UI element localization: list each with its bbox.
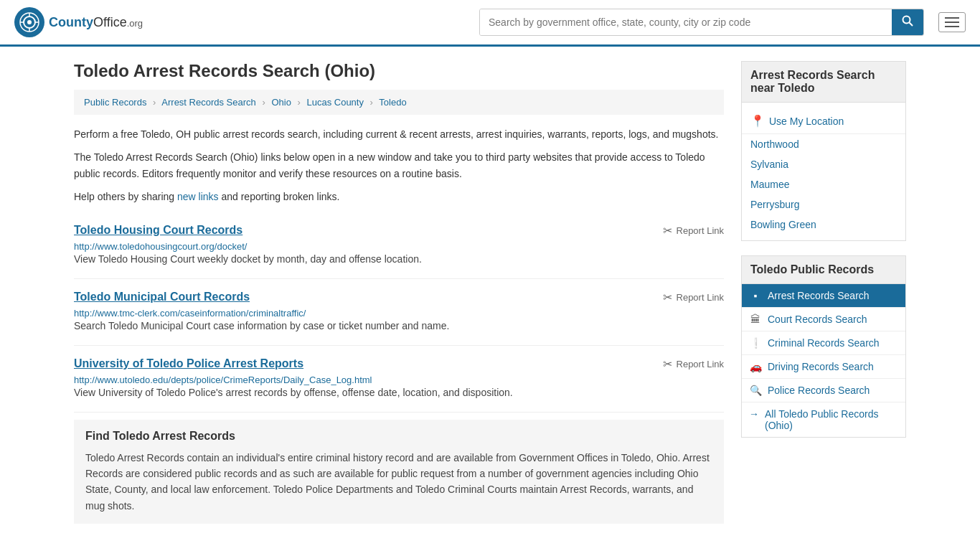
search-bar [479, 9, 924, 36]
sidebar-nav-arrest-records[interactable]: ▪ Arrest Records Search [742, 284, 905, 308]
svg-point-7 [903, 17, 910, 24]
record-title-municipal-court[interactable]: Toledo Municipal Court Records [74, 291, 250, 303]
sidebar-nav-list: ▪ Arrest Records Search 🏛 Court Records … [742, 284, 905, 402]
police-records-icon: 🔍 [749, 385, 762, 396]
logo[interactable]: CountyOffice.org [14, 7, 143, 37]
all-records-arrow-icon: → [749, 408, 759, 420]
criminal-records-icon: ❕ [749, 337, 762, 349]
report-label-2: Report Link [677, 292, 724, 303]
report-label-1: Report Link [677, 225, 724, 236]
intro-text-2: The Toledo Arrest Records Search (Ohio) … [74, 149, 724, 182]
sidebar-public-records-title: Toledo Public Records [742, 256, 905, 284]
record-item-ut-police: University of Toledo Police Arrest Repor… [74, 346, 724, 413]
breadcrumb-sep: › [262, 97, 265, 108]
record-url-municipal-court[interactable]: http://www.tmc-clerk.com/caseinformation… [74, 308, 306, 319]
record-desc-municipal-court: Search Toledo Municipal Court case infor… [74, 319, 724, 334]
use-my-location-link[interactable]: Use My Location [769, 116, 844, 127]
nearby-perrysburg[interactable]: Perrysburg [742, 194, 905, 215]
sidebar-nearby-list: 📍 Use My Location Northwood Sylvania Mau… [742, 103, 905, 240]
page-title: Toledo Arrest Records Search (Ohio) [74, 61, 724, 81]
nearby-link-sylvania[interactable]: Sylvania [750, 159, 788, 170]
header: CountyOffice.org [0, 0, 980, 47]
record-title-ut-police[interactable]: University of Toledo Police Arrest Repor… [74, 357, 303, 370]
breadcrumb-ohio[interactable]: Ohio [271, 97, 291, 108]
record-header: Toledo Housing Court Records ✂ Report Li… [74, 224, 724, 237]
nearby-link-bowling-green[interactable]: Bowling Green [750, 219, 816, 230]
svg-point-2 [27, 20, 32, 24]
logo-org: .org [127, 18, 143, 29]
sidebar-nav-label-criminal[interactable]: Criminal Records Search [768, 337, 880, 349]
hamburger-line [945, 17, 959, 19]
sidebar-nav-label-court[interactable]: Court Records Search [768, 314, 867, 325]
record-url-housing-court[interactable]: http://www.toledohousingcourt.org/docket… [74, 241, 247, 252]
logo-county: County [49, 15, 93, 29]
search-button[interactable] [892, 9, 923, 35]
record-desc-housing-court: View Toledo Housing Court weekly docket … [74, 252, 724, 267]
hamburger-menu-button[interactable] [938, 12, 966, 32]
logo-office: Office [93, 15, 127, 29]
nearby-link-perrysburg[interactable]: Perrysburg [750, 199, 799, 210]
find-title: Find Toledo Arrest Records [85, 430, 712, 443]
sidebar-nav-police-records[interactable]: 🔍 Police Records Search [742, 379, 905, 402]
report-icon-3: ✂ [663, 357, 672, 371]
sidebar: Arrest Records Search near Toledo 📍 Use … [741, 61, 906, 524]
record-url-ut-police[interactable]: http://www.utoledo.edu/depts/police/Crim… [74, 375, 372, 385]
breadcrumb-arrest-records[interactable]: Arrest Records Search [161, 97, 256, 108]
sidebar-nav-label-driving[interactable]: Driving Records Search [768, 361, 874, 372]
report-link-button-3[interactable]: ✂ Report Link [663, 357, 724, 371]
record-desc-ut-police: View University of Toledo Police's arres… [74, 385, 724, 400]
driving-records-icon: 🚗 [749, 361, 762, 372]
sidebar-nav-court-records[interactable]: 🏛 Court Records Search [742, 308, 905, 331]
sidebar-public-records-section: Toledo Public Records ▪ Arrest Records S… [741, 255, 906, 438]
hamburger-line [945, 26, 959, 27]
breadcrumb-public-records[interactable]: Public Records [84, 97, 146, 108]
search-input[interactable] [480, 9, 892, 35]
nearby-link-northwood[interactable]: Northwood [750, 138, 799, 150]
sidebar-nearby-title: Arrest Records Search near Toledo [742, 62, 905, 103]
find-section: Find Toledo Arrest Records Toledo Arrest… [74, 420, 724, 524]
sidebar-nav-driving-records[interactable]: 🚗 Driving Records Search [742, 355, 905, 379]
report-label-3: Report Link [677, 359, 724, 369]
nearby-maumee[interactable]: Maumee [742, 174, 905, 194]
nearby-sylvania[interactable]: Sylvania [742, 154, 905, 174]
sidebar-nav-label-arrest: Arrest Records Search [768, 290, 870, 301]
main-wrapper: Toledo Arrest Records Search (Ohio) Publ… [60, 47, 920, 538]
intro-prefix: Help others by sharing [74, 191, 177, 202]
record-item-municipal-court: Toledo Municipal Court Records ✂ Report … [74, 279, 724, 346]
breadcrumb-toledo[interactable]: Toledo [379, 97, 406, 108]
record-item-housing-court: Toledo Housing Court Records ✂ Report Li… [74, 212, 724, 279]
all-toledo-records-item[interactable]: → All Toledo Public Records (Ohio) [742, 402, 905, 437]
nearby-bowling-green[interactable]: Bowling Green [742, 215, 905, 235]
intro-text-1: Perform a free Toledo, OH public arrest … [74, 126, 724, 142]
sidebar-nav-label-police[interactable]: Police Records Search [768, 385, 870, 396]
report-icon-2: ✂ [663, 291, 672, 304]
nearby-northwood[interactable]: Northwood [742, 134, 905, 154]
breadcrumb-lucas-county[interactable]: Lucas County [306, 97, 364, 108]
record-header-2: Toledo Municipal Court Records ✂ Report … [74, 291, 724, 304]
all-toledo-records-link[interactable]: All Toledo Public Records (Ohio) [765, 408, 898, 431]
report-icon-1: ✂ [663, 224, 672, 237]
record-title-housing-court[interactable]: Toledo Housing Court Records [74, 224, 242, 237]
breadcrumb-sep: › [153, 97, 156, 108]
breadcrumb-sep: › [298, 97, 301, 108]
record-header-3: University of Toledo Police Arrest Repor… [74, 357, 724, 371]
breadcrumb: Public Records › Arrest Records Search ›… [74, 90, 724, 115]
intro-suffix: and reporting broken links. [219, 191, 340, 202]
logo-icon [14, 7, 44, 37]
content-area: Toledo Arrest Records Search (Ohio) Publ… [74, 61, 724, 524]
report-link-button-1[interactable]: ✂ Report Link [663, 224, 724, 237]
sidebar-nearby-section: Arrest Records Search near Toledo 📍 Use … [741, 61, 906, 241]
new-links-link[interactable]: new links [177, 191, 219, 202]
court-records-icon: 🏛 [749, 314, 762, 325]
use-my-location-item[interactable]: 📍 Use My Location [742, 108, 905, 134]
intro-text-3: Help others by sharing new links and rep… [74, 189, 724, 204]
breadcrumb-sep: › [370, 97, 373, 108]
find-text: Toledo Arrest Records contain an individ… [85, 450, 712, 514]
location-icon: 📍 [750, 114, 765, 128]
svg-line-8 [910, 23, 913, 27]
arrest-records-icon: ▪ [749, 290, 762, 301]
nearby-link-maumee[interactable]: Maumee [750, 179, 789, 190]
sidebar-nav-criminal-records[interactable]: ❕ Criminal Records Search [742, 331, 905, 355]
hamburger-line [945, 22, 959, 23]
report-link-button-2[interactable]: ✂ Report Link [663, 291, 724, 304]
